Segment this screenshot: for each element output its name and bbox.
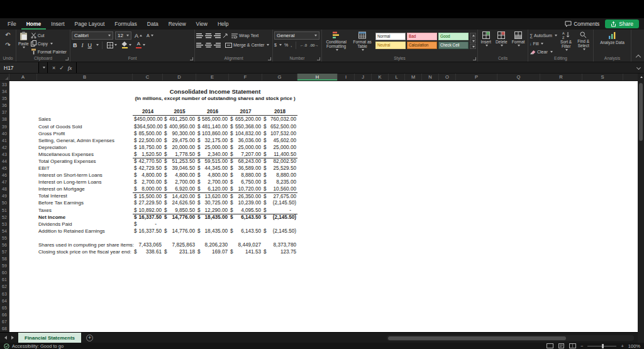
delete-cells-button[interactable]: Delete <box>495 31 508 47</box>
cell-e39[interactable]: $481,140.00 <box>196 123 229 130</box>
row-header-49[interactable]: 49 <box>0 192 9 199</box>
cell-e57[interactable]: $169.07 <box>196 248 229 255</box>
alignment-dialog-launcher[interactable] <box>268 57 271 60</box>
column-header-l[interactable]: L <box>389 74 405 80</box>
cell-b47[interactable]: Interest on Long-term Loans <box>37 179 133 186</box>
cell-e49[interactable]: $13,620.00 <box>196 193 229 199</box>
cell-d56[interactable]: 7,825,863 <box>163 241 196 248</box>
align-center-icon[interactable] <box>205 43 212 48</box>
cell-d46[interactable]: $4,800.00 <box>163 172 196 179</box>
cell-g51[interactable]: $- <box>262 207 297 214</box>
cell-f39[interactable]: $550,368.00 <box>229 123 262 130</box>
new-sheet-button[interactable]: + <box>86 335 93 341</box>
cell-d49[interactable]: $14,420.00 <box>163 193 196 199</box>
insert-function-button[interactable]: fx <box>68 65 72 71</box>
row-header-52[interactable]: 52 <box>0 214 9 221</box>
row-header-33[interactable]: 33 <box>0 81 9 88</box>
find-select-button[interactable]: Find & Select <box>575 31 592 51</box>
increase-decimal-button[interactable]: ←.0 <box>300 42 307 49</box>
menu-tab-view[interactable]: View <box>191 18 213 30</box>
increase-font-size-button[interactable]: A <box>133 33 143 39</box>
analyze-data-button[interactable]: Analyze Data <box>597 31 628 45</box>
font-color-button[interactable]: A <box>135 42 147 49</box>
cell-b41[interactable]: Selling, General, Admin Expenses <box>37 137 133 144</box>
name-box[interactable]: H17 <box>0 62 39 73</box>
underline-button[interactable]: U <box>87 42 94 48</box>
cell-c45[interactable]: $42,729.50 <box>133 165 163 172</box>
cell-d38[interactable]: $491,250.00 <box>163 116 196 123</box>
align-middle-icon[interactable] <box>205 33 212 38</box>
zoom-in-button[interactable]: + <box>621 343 623 349</box>
cell-g53[interactable] <box>262 221 297 228</box>
percent-style-button[interactable]: % <box>284 42 288 49</box>
row-header-37[interactable]: 37 <box>0 109 9 116</box>
column-header-m[interactable]: M <box>405 74 422 80</box>
comma-style-button[interactable]: , <box>291 42 292 49</box>
cell-d42[interactable]: $20,000.00 <box>163 144 196 151</box>
cell-c42[interactable]: $18,750.00 <box>133 144 163 151</box>
column-header-a[interactable]: A <box>9 74 37 80</box>
row-header-44[interactable]: 44 <box>0 158 9 165</box>
cell-g39[interactable]: $652,500.00 <box>262 123 297 130</box>
page-layout-view-icon[interactable] <box>558 343 565 348</box>
cell-f56[interactable]: 8,449,027 <box>229 241 262 248</box>
cell-d47[interactable]: $2,700.00 <box>163 179 196 186</box>
gallery-more-button[interactable] <box>470 44 476 49</box>
font-dialog-launcher[interactable] <box>190 57 193 60</box>
cell-b52[interactable]: Net Income <box>37 214 133 221</box>
styles-dialog-launcher[interactable] <box>473 57 476 60</box>
gallery-down-button[interactable] <box>470 38 476 43</box>
cell-c43[interactable]: $1,520.50 <box>133 151 163 158</box>
cell-c46[interactable]: $4,800.00 <box>133 172 163 179</box>
zoom-level[interactable]: 100% <box>628 343 640 349</box>
cell-e38[interactable]: $585,000.00 <box>196 116 229 123</box>
menu-tab-help[interactable]: Help <box>213 18 233 30</box>
insert-cells-button[interactable]: Insert <box>480 31 492 47</box>
cell-e40[interactable]: $103,860.00 <box>196 130 229 137</box>
cell-f47[interactable]: $6,750.00 <box>229 179 262 186</box>
row-header-60[interactable]: 60 <box>0 269 9 276</box>
cell-d54[interactable]: $14,776.00 <box>163 228 196 235</box>
expand-formula-bar-button[interactable] <box>633 62 644 73</box>
menu-tab-review[interactable]: Review <box>164 18 191 30</box>
cut-button[interactable]: Cut <box>31 31 67 39</box>
row-header-61[interactable]: 61 <box>0 276 9 283</box>
cell-b38[interactable]: Sales <box>37 116 133 123</box>
row-header-50[interactable]: 50 <box>0 199 9 206</box>
align-bottom-icon[interactable] <box>214 33 221 38</box>
column-header-n[interactable]: N <box>422 74 439 80</box>
cell-style-check-cell[interactable]: Check Cell <box>438 42 469 49</box>
horizontal-scroll-thumb[interactable] <box>388 336 566 340</box>
cell-g54[interactable]: $(2,145.50) <box>262 228 297 235</box>
cell-e41[interactable]: $32,175.00 <box>196 137 229 144</box>
horizontal-scrollbar[interactable] <box>387 335 634 341</box>
italic-button[interactable]: I <box>80 42 85 48</box>
cell-b54[interactable]: Addition to Retained Earnings <box>37 228 133 235</box>
cell-g44[interactable]: $82,002.50 <box>262 158 297 165</box>
cell-f53[interactable] <box>229 221 262 228</box>
row-header-43[interactable]: 43 <box>0 151 9 158</box>
column-header-i[interactable]: I <box>338 74 355 80</box>
row-header-51[interactable]: 51 <box>0 207 9 214</box>
cell-c54[interactable]: $16,337.50 <box>133 228 163 235</box>
cell-c57[interactable]: $338.61 <box>133 248 163 255</box>
align-top-icon[interactable] <box>196 33 203 38</box>
cell-e50[interactable]: $30,725.00 <box>196 199 229 206</box>
select-all-corner[interactable] <box>0 74 9 80</box>
cell-g41[interactable]: $45,602.00 <box>262 137 297 144</box>
orientation-icon[interactable] <box>223 33 228 38</box>
previous-sheet-arrow[interactable] <box>4 336 7 340</box>
row-header-67[interactable]: 67 <box>0 318 9 325</box>
cell-b40[interactable]: Gross Profit <box>37 130 133 137</box>
cell-f45[interactable]: $36,589.00 <box>229 165 262 172</box>
menu-tab-page-layout[interactable]: Page Layout <box>70 18 110 30</box>
font-size-select[interactable]: 12 <box>115 31 131 40</box>
cell-b49[interactable]: Total Interest <box>37 192 133 199</box>
row-header-48[interactable]: 48 <box>0 186 9 192</box>
comments-button[interactable]: Comments <box>565 21 599 27</box>
vertical-scrollbar[interactable] <box>638 74 644 343</box>
cell-e42[interactable]: $25,000.00 <box>196 144 229 151</box>
formula-input[interactable] <box>77 62 633 73</box>
column-header-j[interactable]: J <box>355 74 372 80</box>
row-header-36[interactable]: 36 <box>0 102 9 109</box>
